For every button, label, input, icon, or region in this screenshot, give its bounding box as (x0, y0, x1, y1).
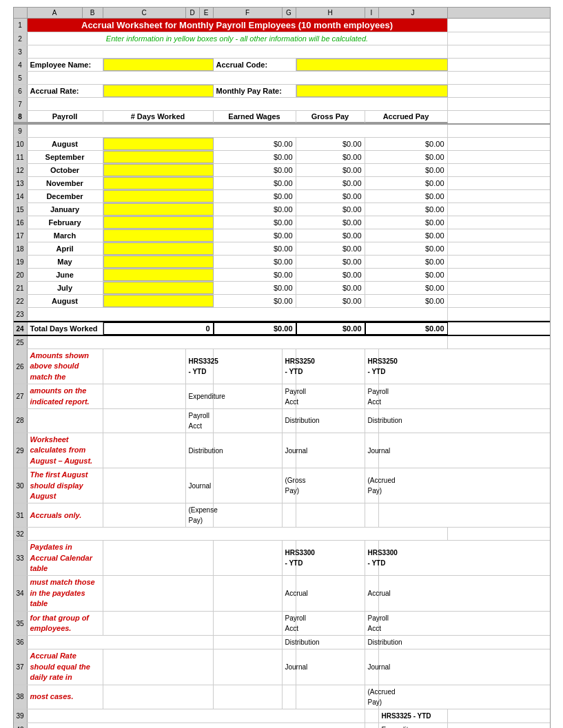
h-top-report-2: Payroll Acct (283, 384, 296, 408)
spacer-30c (296, 468, 365, 503)
row-29: 29 Worksheet calculates from August – Au… (14, 433, 550, 468)
row-28: 28 Payroll Acct Distribution Distributio… (14, 409, 550, 433)
spacer-28c (296, 409, 365, 433)
j-mid-report-4: Distribution (365, 636, 379, 649)
days-input-13[interactable] (103, 177, 214, 189)
days-input-10[interactable] (103, 138, 214, 150)
spacer-36b (214, 636, 283, 649)
gross-pay-13: $0.00 (296, 177, 365, 189)
row-31-h (283, 503, 296, 527)
spacer-34a (103, 576, 214, 610)
row-num-25: 25 (14, 336, 28, 349)
employee-name-input[interactable] (103, 59, 214, 71)
days-input-16[interactable] (103, 216, 214, 229)
days-input-20[interactable] (103, 269, 214, 281)
earned-wages-11: $0.00 (214, 151, 296, 163)
row-36: 36 Distribution Distribution (14, 636, 550, 649)
row-num-27: 27 (14, 384, 28, 408)
row-num-37: 37 (14, 649, 28, 684)
accrued-pay-16: $0.00 (365, 216, 448, 229)
row-3-empty (28, 45, 448, 58)
spacer-29b (214, 433, 283, 468)
earned-wages-19: $0.00 (214, 256, 296, 268)
accrual-code-input[interactable] (296, 59, 448, 71)
gross-pay-17: $0.00 (296, 229, 365, 242)
spacer-38c (296, 685, 365, 709)
month-label-11: September (28, 151, 103, 163)
spacer-35c (296, 612, 365, 636)
note-line4: The first August should display August (28, 468, 103, 503)
spacer-35a (103, 612, 214, 636)
row-num-1: 1 (14, 19, 28, 32)
row-num-4: 4 (14, 59, 28, 71)
row-num-26: 26 (14, 349, 28, 384)
h-bot-report-5: Journal (283, 649, 296, 684)
gross-pay-12: $0.00 (296, 164, 365, 176)
j-top-report-5: (Accrued Pay) (365, 468, 379, 503)
days-input-21[interactable] (103, 282, 214, 294)
note-line7: must match those in the paydates table (28, 576, 103, 610)
earned-wages-header: Earned Wages (214, 111, 296, 123)
days-input-18[interactable] (103, 242, 214, 255)
gross-pay-10: $0.00 (296, 138, 365, 150)
accrued-pay-14: $0.00 (365, 190, 448, 202)
total-days-label: Total Days Worked (28, 322, 103, 335)
col-c-header: C (103, 8, 186, 18)
spacer-38a (103, 685, 214, 709)
row-num-36: 36 (14, 636, 28, 649)
earned-wages-17: $0.00 (214, 229, 296, 242)
row-1: 1 Accrual Worksheet for Monthly Payroll … (14, 19, 550, 32)
row-num-39: 39 (14, 709, 28, 722)
j-top-report-4: Journal (365, 433, 379, 468)
row-num-14: 14 (14, 190, 28, 202)
row-num-22: 22 (14, 295, 28, 307)
earned-wages-18: $0.00 (214, 242, 296, 255)
row-28-empty (28, 409, 103, 433)
row-15: 15 January $0.00 $0.00 $0.00 (14, 203, 550, 216)
row-num-21: 21 (14, 282, 28, 294)
month-label-10: August (28, 138, 103, 150)
days-input-17[interactable] (103, 229, 214, 242)
gross-pay-20: $0.00 (296, 269, 365, 281)
row-5-empty (28, 72, 448, 84)
accrual-code-label: Accrual Code: (214, 59, 296, 71)
accrual-rate-label: Accrual Rate: (28, 85, 103, 97)
earned-wages-20: $0.00 (214, 269, 296, 281)
days-input-22[interactable] (103, 295, 214, 307)
monthly-pay-rate-input[interactable] (296, 85, 448, 97)
note-line8: for that group of employees. (28, 612, 103, 636)
days-input-11[interactable] (103, 151, 214, 163)
month-label-21: July (28, 282, 103, 294)
row-9: 9 (14, 125, 550, 138)
accrued-pay-22: $0.00 (365, 295, 448, 307)
row-num-13: 13 (14, 177, 28, 189)
month-label-19: May (28, 256, 103, 268)
earned-wages-22: $0.00 (214, 295, 296, 307)
note-line9: Accrual Rate should equal the daily rate… (28, 649, 103, 684)
accrued-pay-15: $0.00 (365, 203, 448, 216)
spacer-30b (214, 468, 283, 503)
days-input-15[interactable] (103, 203, 214, 216)
j-mid-report-1: HRS3300 - YTD (365, 541, 379, 575)
days-input-19[interactable] (103, 256, 214, 268)
total-days-value: 0 (103, 322, 214, 335)
f-report-3: Payroll Acct (186, 409, 214, 433)
row-34: 34 must match those in the paydates tabl… (14, 576, 550, 611)
spacer-30a (103, 468, 186, 503)
days-worked-header: # Days Worked (103, 111, 214, 123)
spacer-39c (365, 709, 379, 722)
row-num-5: 5 (14, 72, 28, 84)
row-num-29: 29 (14, 433, 28, 468)
days-input-14[interactable] (103, 190, 214, 202)
gross-pay-15: $0.00 (296, 203, 365, 216)
col-indicator (14, 8, 28, 18)
row-39-empty (28, 709, 365, 722)
accrued-pay-12: $0.00 (365, 164, 448, 176)
row-31-j (365, 503, 379, 527)
accrual-rate-input[interactable] (103, 85, 214, 97)
row-38-h (283, 685, 296, 709)
row-12: 12 October $0.00 $0.00 $0.00 (14, 164, 550, 177)
monthly-pay-rate-label: Monthly Pay Rate: (214, 85, 296, 97)
row-num-15: 15 (14, 203, 28, 216)
days-input-12[interactable] (103, 164, 214, 176)
